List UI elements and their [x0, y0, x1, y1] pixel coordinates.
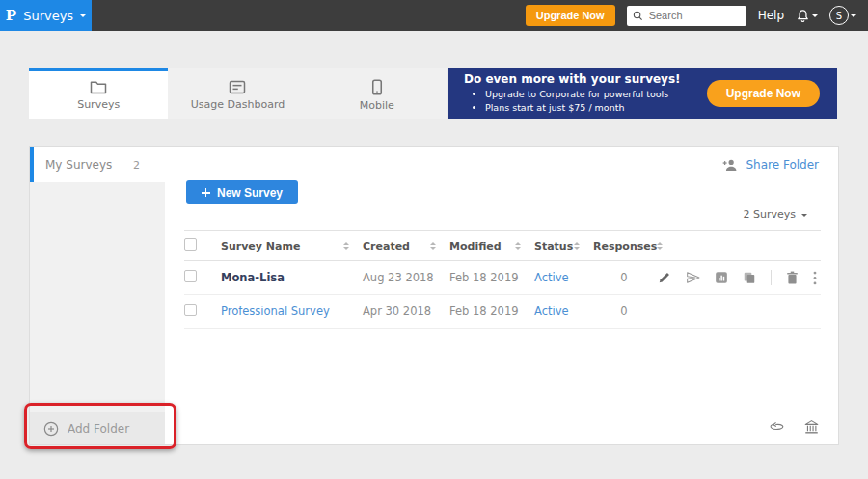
table-header-row: Survey Name Created Modified Status Resp… — [184, 230, 821, 261]
delete-button[interactable] — [786, 271, 799, 284]
bar-chart-icon — [715, 271, 728, 284]
table-row: Mona-Lisa Aug 23 2018 Feb 18 2019 Active… — [184, 261, 821, 295]
promo-bullets: Upgrade to Corporate for powerful tools … — [464, 88, 681, 115]
folder-count: 2 — [133, 159, 140, 172]
dashboard-icon — [229, 80, 246, 94]
banner-upgrade-button[interactable]: Upgrade Now — [707, 80, 820, 107]
surveys-count-dropdown[interactable]: 2 Surveys — [744, 208, 808, 221]
chevron-down-icon — [851, 14, 856, 20]
chevron-down-icon — [812, 14, 818, 20]
copy-icon — [743, 271, 756, 284]
tab-strip: Surveys Usage Dashboard Mobile — [29, 68, 447, 119]
created-date: Apr 30 2018 — [363, 305, 431, 318]
sidebar-item-my-surveys[interactable]: My Surveys 2 — [30, 147, 165, 182]
sort-icon[interactable] — [430, 239, 436, 253]
bell-icon — [796, 9, 810, 23]
search-box[interactable] — [627, 6, 746, 26]
account-menu[interactable]: S — [829, 6, 856, 25]
upgrade-now-button[interactable]: Upgrade Now — [526, 5, 615, 26]
share-folder-button[interactable]: Share Folder — [722, 158, 819, 172]
select-all-checkbox[interactable] — [184, 238, 197, 251]
actions-divider — [771, 270, 772, 285]
modified-date: Feb 18 2019 — [449, 305, 519, 318]
tab-usage-dashboard[interactable]: Usage Dashboard — [168, 68, 307, 119]
new-survey-button[interactable]: New Survey — [186, 180, 298, 204]
surveys-count-label: 2 Surveys — [744, 208, 797, 221]
search-input[interactable] — [647, 9, 728, 22]
product-switcher-label: Surveys — [23, 9, 73, 23]
survey-name-link[interactable]: Professional Survey — [221, 305, 330, 318]
folders-sidebar: My Surveys 2 Add Folder — [30, 147, 165, 444]
column-header-status[interactable]: Status — [534, 240, 573, 253]
promo-bullet: Plans start at just $75 / month — [485, 101, 681, 115]
responses-count: 0 — [593, 305, 655, 318]
pencil-icon — [658, 271, 671, 284]
paper-plane-icon — [686, 271, 700, 284]
brand-menu[interactable]: P Surveys — [0, 0, 92, 31]
reports-button[interactable] — [715, 271, 728, 284]
mobile-icon — [371, 79, 383, 95]
surveys-panel: My Surveys 2 Add Folder Share Folder New… — [29, 146, 839, 445]
column-header-created[interactable]: Created — [363, 240, 410, 253]
promo-bullet: Upgrade to Corporate for powerful tools — [485, 88, 681, 101]
surveys-table: Survey Name Created Modified Status Resp… — [184, 230, 821, 329]
sort-icon[interactable] — [515, 239, 521, 253]
promo-title: Do even more with your surveys! — [464, 72, 681, 86]
search-icon — [633, 11, 643, 21]
kebab-menu-icon — [813, 271, 817, 285]
tab-surveys[interactable]: Surveys — [29, 68, 168, 119]
tab-label: Surveys — [77, 98, 120, 111]
notifications-button[interactable] — [796, 9, 818, 23]
sort-icon[interactable] — [343, 239, 349, 253]
tab-label: Mobile — [360, 99, 394, 112]
promo-banner: Do even more with your surveys! Upgrade … — [448, 68, 837, 119]
add-folder-label: Add Folder — [68, 422, 129, 436]
copy-button[interactable] — [743, 271, 756, 284]
sort-icon[interactable] — [657, 239, 663, 253]
bank-building-icon — [804, 420, 819, 435]
add-folder-button[interactable]: Add Folder — [30, 412, 165, 444]
row-checkbox[interactable] — [184, 304, 197, 316]
undo-arrow-icon — [769, 421, 785, 434]
restore-button[interactable] — [769, 421, 785, 434]
table-row: Professional Survey Apr 30 2018 Feb 18 2… — [184, 295, 821, 329]
status-badge: Active — [534, 305, 569, 318]
tab-label: Usage Dashboard — [191, 98, 285, 111]
surveys-content: Share Folder New Survey 2 Surveys Survey… — [165, 147, 838, 444]
chevron-down-icon — [80, 14, 86, 20]
column-header-responses[interactable]: Responses — [593, 240, 657, 253]
plus-circle-icon — [43, 421, 59, 437]
chevron-down-icon — [801, 214, 807, 220]
created-date: Aug 23 2018 — [363, 271, 434, 284]
top-bar: P Surveys Upgrade Now Help S — [0, 0, 868, 31]
add-person-icon — [722, 158, 739, 172]
modified-date: Feb 18 2019 — [449, 271, 519, 284]
more-options-button[interactable] — [813, 271, 817, 285]
column-header-survey-name[interactable]: Survey Name — [221, 240, 300, 253]
folder-icon — [90, 80, 107, 94]
help-link[interactable]: Help — [758, 9, 784, 22]
send-button[interactable] — [686, 271, 700, 284]
new-survey-label: New Survey — [217, 186, 283, 200]
status-badge: Active — [534, 271, 569, 284]
share-folder-label: Share Folder — [746, 158, 819, 172]
row-checkbox[interactable] — [184, 270, 197, 282]
brand-logo-icon: P — [6, 7, 16, 24]
archive-button[interactable] — [804, 420, 819, 435]
survey-name-link[interactable]: Mona-Lisa — [221, 271, 285, 284]
column-header-modified[interactable]: Modified — [449, 240, 502, 253]
plus-icon — [202, 188, 210, 197]
responses-count: 0 — [593, 271, 655, 284]
avatar: S — [829, 6, 849, 25]
edit-button[interactable] — [658, 271, 671, 284]
trash-icon — [786, 271, 799, 284]
tab-mobile[interactable]: Mobile — [308, 68, 447, 119]
folder-label: My Surveys — [45, 158, 112, 172]
